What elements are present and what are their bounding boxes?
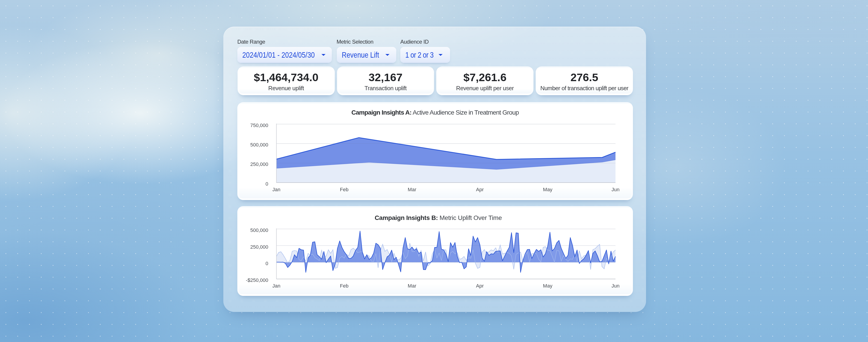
svg-text:250,000: 250,000 (250, 161, 268, 167)
svg-text:Apr: Apr (476, 283, 484, 289)
svg-text:May: May (543, 186, 553, 192)
svg-text:500,000: 500,000 (250, 227, 268, 233)
svg-text:Apr: Apr (476, 186, 484, 192)
svg-text:0: 0 (266, 260, 268, 266)
svg-text:500,000: 500,000 (250, 142, 268, 148)
svg-text:Jan: Jan (272, 283, 280, 289)
svg-text:Feb: Feb (340, 186, 348, 192)
svg-text:Jun: Jun (612, 283, 619, 289)
svg-text:May: May (543, 283, 553, 289)
svg-text:0: 0 (266, 181, 268, 186)
svg-text:Mar: Mar (408, 283, 416, 289)
svg-text:Jun: Jun (612, 186, 619, 192)
svg-text:Jan: Jan (272, 186, 280, 192)
svg-text:750,000: 750,000 (250, 122, 268, 128)
svg-text:-$250,000: -$250,000 (246, 277, 268, 283)
svg-text:Feb: Feb (340, 283, 348, 289)
svg-text:250,000: 250,000 (250, 244, 268, 250)
svg-text:Mar: Mar (408, 186, 416, 192)
